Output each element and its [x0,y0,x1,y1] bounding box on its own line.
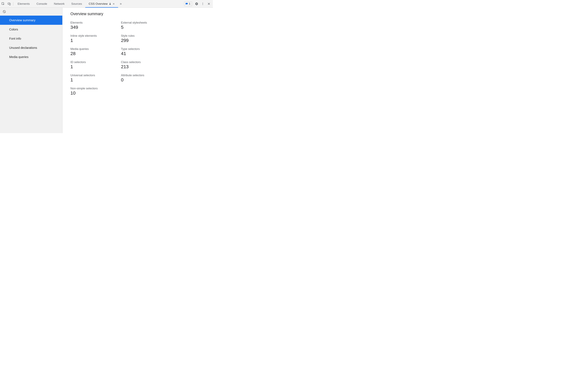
stat-label: Type selectors [121,47,169,51]
tab-elements[interactable]: Elements [14,0,33,8]
divider [13,2,13,6]
stat-media-queries: Media queries 28 [70,47,118,56]
stat-label: Elements [70,21,118,24]
stat-value: 10 [70,91,118,96]
chevron-right-double-icon: » [120,2,122,6]
sidebar-item-label: Colors [9,28,18,31]
tab-sources[interactable]: Sources [68,0,85,8]
sidebar-item-label: Media queries [9,55,28,59]
stat-label: Inline style elements [70,34,118,37]
svg-rect-2 [9,3,10,5]
page-title: Overview summary [70,12,207,16]
stat-type-selectors: Type selectors 41 [121,47,169,56]
stat-label: Style rules [121,34,169,37]
tabstrip-right: 1 [184,0,213,8]
tab-network[interactable]: Network [50,0,68,8]
css-overview-sidebar: Overview summary Colors Font info Unused… [0,8,62,133]
stat-label: External stylesheets [121,21,169,24]
stat-external-stylesheets: External stylesheets 5 [121,21,169,30]
devtools-tabstrip: Elements Console Network Sources CSS Ove… [0,0,213,8]
tab-label: Console [37,2,47,6]
device-icon [8,2,11,6]
tab-label: Sources [71,2,82,6]
stat-attribute-selectors: Attribute selectors 0 [121,74,169,83]
close-devtools-button[interactable] [206,0,212,8]
stat-value: 1 [70,64,118,69]
stat-elements: Elements 349 [70,21,118,30]
stat-label: ID selectors [70,60,118,64]
sidebar-item-label: Unused declarations [9,46,37,50]
sidebar-item-colors[interactable]: Colors [0,25,62,34]
more-tabs-button[interactable]: » [118,2,123,6]
tab-label: Network [54,2,65,6]
svg-point-5 [202,4,203,5]
stat-value: 41 [121,51,169,56]
sidebar-item-media-queries[interactable]: Media queries [0,52,62,62]
issues-count: 1 [189,2,190,5]
stat-value: 28 [70,51,118,56]
sidebar-item-label: Font info [9,37,21,40]
device-toolbar-button[interactable] [6,0,12,8]
kebab-menu-button[interactable] [200,0,206,8]
stat-value: 0 [121,77,169,83]
css-overview-main: Overview summary Elements 349 External s… [62,8,213,133]
stat-label: Attribute selectors [121,74,169,77]
issues-button[interactable]: 1 [184,1,192,6]
clear-overview-button[interactable] [2,9,6,14]
stat-universal-selectors: Universal selectors 1 [70,74,118,83]
stat-label: Non-simple selectors [70,87,118,90]
sidebar-item-font-info[interactable]: Font info [0,34,62,43]
stat-class-selectors: Class selectors 213 [121,60,169,69]
tab-close-button[interactable]: × [113,2,115,5]
sidebar-toolbar [0,8,62,16]
experiment-icon [109,2,111,5]
stat-value: 5 [121,25,169,30]
gear-icon [195,2,198,6]
sidebar-item-label: Overview summary [9,18,35,22]
sidebar-item-overview-summary[interactable]: Overview summary [0,16,62,25]
tab-label: Elements [18,2,30,6]
stats-grid: Elements 349 External stylesheets 5 Inli… [70,21,207,96]
stat-non-simple-selectors: Non-simple selectors 10 [70,87,118,96]
tab-label: CSS Overview [89,2,108,6]
stat-value: 1 [70,38,118,43]
stat-value: 213 [121,64,169,69]
stat-label: Universal selectors [70,74,118,77]
inspect-icon [1,2,5,6]
svg-point-4 [202,3,203,4]
stat-style-rules: Style rules 299 [121,34,169,43]
inspect-element-button[interactable] [0,0,6,8]
stat-value: 299 [121,38,169,43]
stat-value: 349 [70,25,118,30]
tabstrip-left: Elements Console Network Sources CSS Ove… [0,0,184,8]
message-icon [185,2,188,5]
stat-inline-style-elements: Inline style elements 1 [70,34,118,43]
tab-css-overview[interactable]: CSS Overview × [85,0,118,8]
stat-label: Media queries [70,47,118,51]
stat-value: 1 [70,77,118,83]
tab-console[interactable]: Console [33,0,50,8]
more-vertical-icon [201,2,204,5]
sidebar-item-unused-declarations[interactable]: Unused declarations [0,43,62,52]
stat-id-selectors: ID selectors 1 [70,60,118,69]
panel-body: Overview summary Colors Font info Unused… [0,8,213,133]
settings-button[interactable] [194,0,200,8]
clear-icon [3,10,6,13]
svg-point-3 [202,3,203,3]
stat-label: Class selectors [121,60,169,64]
close-icon [207,2,210,5]
